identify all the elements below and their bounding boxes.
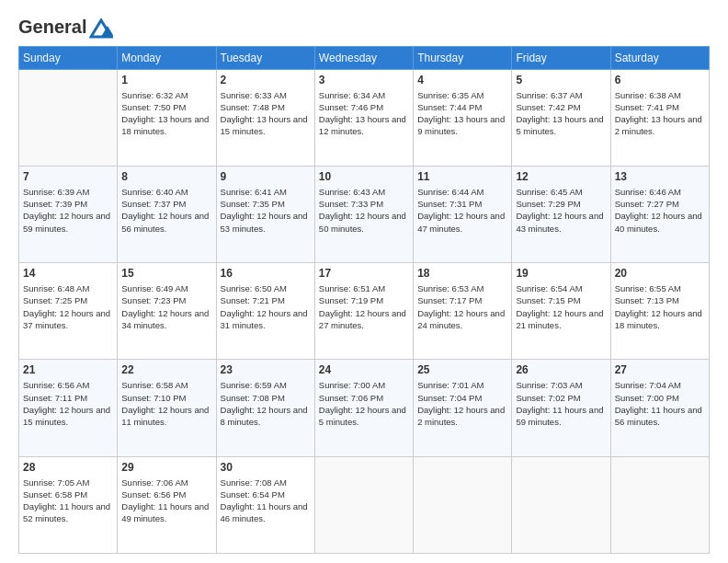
day-number: 21 [23,362,113,378]
daylight-text: Daylight: 12 hours and 40 minutes. [615,210,705,235]
day-number: 5 [516,73,606,88]
daylight-text: Daylight: 12 hours and 18 minutes. [615,307,705,332]
sunset-text: Sunset: 7:37 PM [121,198,211,210]
day-number: 3 [319,73,409,88]
sunrise-text: Sunrise: 6:34 AM [319,89,409,101]
calendar-cell: 12Sunrise: 6:45 AMSunset: 7:29 PMDayligh… [512,166,610,262]
day-number: 10 [319,169,409,185]
calendar-table: SundayMondayTuesdayWednesdayThursdayFrid… [18,46,710,554]
sunrise-text: Sunrise: 6:56 AM [23,379,113,391]
sunrise-text: Sunrise: 6:37 AM [516,89,606,101]
sunset-text: Sunset: 7:00 PM [615,392,705,404]
sunrise-text: Sunrise: 6:43 AM [319,186,409,198]
sunset-text: Sunset: 7:17 PM [417,294,507,306]
sunrise-text: Sunrise: 6:40 AM [121,186,211,198]
daylight-text: Daylight: 13 hours and 5 minutes. [516,113,606,138]
logo: General [18,17,113,39]
svg-marker-1 [101,26,113,37]
calendar-cell: 18Sunrise: 6:53 AMSunset: 7:17 PMDayligh… [414,263,512,360]
day-number: 23 [221,362,311,378]
day-number: 25 [417,362,507,378]
day-number: 14 [23,266,113,282]
sunrise-text: Sunrise: 7:06 AM [121,477,211,488]
daylight-text: Daylight: 12 hours and 15 minutes. [23,404,113,429]
sunset-text: Sunset: 7:44 PM [417,101,507,113]
day-number: 8 [121,169,211,185]
sunrise-text: Sunrise: 6:58 AM [121,379,211,391]
daylight-text: Daylight: 11 hours and 52 minutes. [23,500,113,525]
daylight-text: Daylight: 13 hours and 9 minutes. [417,113,507,138]
sunset-text: Sunset: 7:50 PM [121,101,211,113]
daylight-text: Daylight: 13 hours and 18 minutes. [121,113,211,138]
sunrise-text: Sunrise: 7:00 AM [319,379,409,391]
sunrise-text: Sunrise: 6:45 AM [516,186,606,198]
daylight-text: Daylight: 12 hours and 50 minutes. [319,210,409,235]
calendar-cell: 8Sunrise: 6:40 AMSunset: 7:37 PMDaylight… [118,166,216,262]
day-number: 28 [23,460,113,476]
sunset-text: Sunset: 7:19 PM [319,294,409,306]
weekday-header: Thursday [414,46,512,69]
daylight-text: Daylight: 11 hours and 49 minutes. [121,500,211,525]
daylight-text: Daylight: 12 hours and 37 minutes. [23,307,113,332]
calendar-cell: 13Sunrise: 6:46 AMSunset: 7:27 PMDayligh… [610,166,709,262]
sunset-text: Sunset: 7:39 PM [23,198,113,210]
sunrise-text: Sunrise: 6:38 AM [615,89,705,101]
sunrise-text: Sunrise: 7:05 AM [23,477,113,488]
sunset-text: Sunset: 7:10 PM [121,392,211,404]
calendar-cell: 29Sunrise: 7:06 AMSunset: 6:56 PMDayligh… [118,456,216,553]
day-number: 1 [121,73,211,88]
calendar-cell: 26Sunrise: 7:03 AMSunset: 7:02 PMDayligh… [512,360,610,456]
day-number: 11 [417,169,507,185]
calendar-cell: 23Sunrise: 6:59 AMSunset: 7:08 PMDayligh… [216,360,314,456]
calendar-week-row: 7Sunrise: 6:39 AMSunset: 7:39 PMDaylight… [19,166,710,262]
day-number: 19 [516,266,606,282]
sunset-text: Sunset: 7:29 PM [516,198,606,210]
sunrise-text: Sunrise: 6:32 AM [121,89,211,101]
calendar-cell [19,69,118,166]
day-number: 18 [417,266,507,282]
sunset-text: Sunset: 6:56 PM [121,488,211,500]
sunrise-text: Sunrise: 6:35 AM [417,89,507,101]
day-number: 24 [319,362,409,378]
sunset-text: Sunset: 7:04 PM [417,392,507,404]
day-number: 22 [121,362,211,378]
weekday-header: Wednesday [314,46,413,69]
calendar-cell: 16Sunrise: 6:50 AMSunset: 7:21 PMDayligh… [216,263,314,360]
sunrise-text: Sunrise: 6:49 AM [121,282,211,294]
daylight-text: Daylight: 12 hours and 21 minutes. [516,307,606,332]
daylight-text: Daylight: 13 hours and 2 minutes. [615,113,705,138]
calendar-cell: 21Sunrise: 6:56 AMSunset: 7:11 PMDayligh… [19,360,118,456]
sunset-text: Sunset: 7:27 PM [615,198,705,210]
daylight-text: Daylight: 12 hours and 53 minutes. [221,210,311,235]
sunset-text: Sunset: 7:08 PM [221,392,311,404]
calendar-cell: 17Sunrise: 6:51 AMSunset: 7:19 PMDayligh… [314,263,413,360]
daylight-text: Daylight: 12 hours and 43 minutes. [516,210,606,235]
weekday-header: Tuesday [216,46,314,69]
calendar-cell [512,456,610,553]
daylight-text: Daylight: 12 hours and 47 minutes. [417,210,507,235]
daylight-text: Daylight: 12 hours and 24 minutes. [417,307,507,332]
day-number: 12 [516,169,606,185]
calendar-cell: 3Sunrise: 6:34 AMSunset: 7:46 PMDaylight… [314,69,413,166]
sunset-text: Sunset: 7:33 PM [319,198,409,210]
day-number: 4 [417,73,507,88]
calendar-cell: 10Sunrise: 6:43 AMSunset: 7:33 PMDayligh… [314,166,413,262]
sunset-text: Sunset: 7:11 PM [23,392,113,404]
calendar-cell: 27Sunrise: 7:04 AMSunset: 7:00 PMDayligh… [610,360,709,456]
sunset-text: Sunset: 7:31 PM [417,198,507,210]
calendar-cell: 20Sunrise: 6:55 AMSunset: 7:13 PMDayligh… [610,263,709,360]
daylight-text: Daylight: 13 hours and 15 minutes. [221,113,311,138]
calendar-cell: 28Sunrise: 7:05 AMSunset: 6:58 PMDayligh… [19,456,118,553]
day-number: 30 [221,460,311,476]
sunset-text: Sunset: 7:15 PM [516,294,606,306]
sunset-text: Sunset: 7:02 PM [516,392,606,404]
weekday-header: Saturday [610,46,709,69]
day-number: 2 [221,73,311,88]
sunrise-text: Sunrise: 6:59 AM [221,379,311,391]
daylight-text: Daylight: 12 hours and 11 minutes. [121,404,211,429]
calendar-cell: 11Sunrise: 6:44 AMSunset: 7:31 PMDayligh… [414,166,512,262]
sunset-text: Sunset: 7:35 PM [221,198,311,210]
calendar-cell [314,456,413,553]
day-number: 17 [319,266,409,282]
daylight-text: Daylight: 12 hours and 59 minutes. [23,210,113,235]
